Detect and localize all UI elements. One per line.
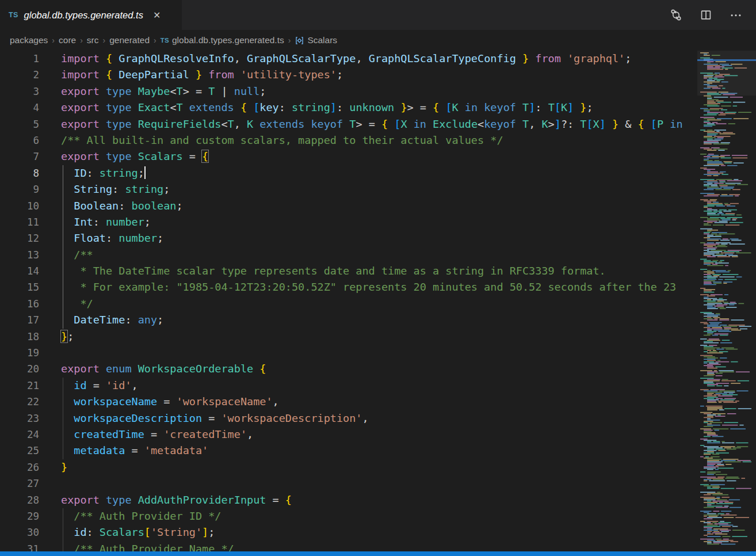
line-number[interactable]: 31 <box>0 541 39 551</box>
line-number[interactable]: 17 <box>0 312 39 328</box>
code-line[interactable]: 30 id: Scalars['String']; <box>0 524 697 540</box>
typescript-file-icon: TS <box>9 11 18 19</box>
line-number[interactable]: 18 <box>0 329 39 345</box>
code-line[interactable]: 17 DateTime: any; <box>0 312 697 328</box>
line-number[interactable]: 19 <box>0 345 39 361</box>
code-line[interactable]: 6/** All built-in and custom scalars, ma… <box>0 132 697 148</box>
line-number[interactable]: 5 <box>0 116 39 132</box>
code-line[interactable]: 26} <box>0 459 697 475</box>
code-line[interactable]: 4export type Exact<T extends { [key: str… <box>0 100 697 116</box>
minimap-slider[interactable] <box>697 51 756 96</box>
code-text: Boolean: boolean; <box>61 198 183 214</box>
line-number[interactable]: 4 <box>0 100 39 116</box>
code-line[interactable]: 20export enum WorkspaceOrderable { <box>0 361 697 377</box>
line-number[interactable]: 26 <box>0 459 39 475</box>
line-number[interactable]: 1 <box>0 51 39 67</box>
line-number[interactable]: 25 <box>0 443 39 459</box>
line-number[interactable]: 10 <box>0 198 39 214</box>
code-line[interactable]: 31 /** Auth Provider Name */ <box>0 541 697 551</box>
minimap-cursor-marker <box>697 59 756 61</box>
line-number[interactable]: 30 <box>0 524 39 540</box>
line-number[interactable]: 21 <box>0 378 39 394</box>
line-number[interactable]: 9 <box>0 181 39 197</box>
line-number[interactable]: 16 <box>0 296 39 312</box>
tab-title: global.db.types.generated.ts <box>24 10 143 21</box>
breadcrumb-separator: › <box>154 36 156 45</box>
code-line[interactable]: 25 metadata = 'metadata' <box>0 443 697 459</box>
line-number[interactable]: 2 <box>0 67 39 83</box>
close-tab-icon[interactable]: ✕ <box>151 9 162 21</box>
code-line[interactable]: 24 createdTime = 'createdTime', <box>0 426 697 443</box>
text-cursor <box>144 166 146 179</box>
code-text: export type Scalars = { <box>61 148 208 165</box>
code-line[interactable]: 28export type AddAuthProviderInput = { <box>0 492 697 508</box>
typescript-file-icon: TS <box>161 37 169 44</box>
code-line[interactable]: 2import { DeepPartial } from 'utility-ty… <box>0 67 697 83</box>
code-text: Int: number; <box>61 214 151 230</box>
indent-guide <box>63 378 63 459</box>
code-line[interactable]: 9 String: string; <box>0 181 697 197</box>
line-number[interactable]: 20 <box>0 361 39 377</box>
code-text: * For example: "1985-04-12T23:20:50.52Z"… <box>61 279 676 295</box>
line-number[interactable]: 11 <box>0 214 39 230</box>
editor-actions <box>670 0 756 30</box>
code-editor[interactable]: 1import { GraphQLResolveInfo, GraphQLSca… <box>0 51 756 551</box>
code-line[interactable]: 16 */ <box>0 296 697 312</box>
code-text: }; <box>61 329 74 345</box>
line-number[interactable]: 24 <box>0 426 39 443</box>
line-number[interactable]: 7 <box>0 148 39 165</box>
split-editor-icon[interactable] <box>700 9 712 21</box>
tab-global-db-types-generated[interactable]: TS global.db.types.generated.ts ✕ <box>0 0 182 30</box>
breadcrumb-item-packages[interactable]: packages <box>10 35 48 45</box>
breadcrumb-item-scalars[interactable]: Scalars <box>295 35 337 45</box>
line-number[interactable]: 12 <box>0 230 39 246</box>
code-line[interactable]: 27 <box>0 475 697 492</box>
code-text: export type Exact<T extends { [key: stri… <box>61 100 593 116</box>
code-text: id = 'id', <box>61 378 138 394</box>
breadcrumb-separator: › <box>80 36 83 45</box>
code-line[interactable]: 23 workspaceDescription = 'workspaceDesc… <box>0 410 697 426</box>
code-line[interactable]: 11 Int: number; <box>0 214 697 230</box>
line-number[interactable]: 27 <box>0 475 39 492</box>
breadcrumb-separator: › <box>288 36 291 45</box>
indent-guide <box>63 165 63 329</box>
compare-changes-icon[interactable] <box>670 9 682 21</box>
line-number[interactable]: 15 <box>0 279 39 295</box>
breadcrumb-label: packages <box>10 35 48 45</box>
code-line[interactable]: 29 /** Auth Provider ID */ <box>0 508 697 524</box>
line-number[interactable]: 22 <box>0 394 39 410</box>
line-number[interactable]: 8 <box>0 165 39 181</box>
more-actions-icon[interactable] <box>730 9 742 21</box>
code-line[interactable]: 5export type RequireFields<T, K extends … <box>0 116 697 132</box>
line-number[interactable]: 6 <box>0 132 39 148</box>
code-line[interactable]: 8 ID: string; <box>0 165 697 181</box>
code-line[interactable]: 21 id = 'id', <box>0 378 697 394</box>
code-line[interactable]: 7export type Scalars = { <box>0 148 697 165</box>
line-number[interactable]: 14 <box>0 263 39 279</box>
code-line[interactable]: 22 workspaceName = 'workspaceName', <box>0 394 697 410</box>
code-line[interactable]: 1import { GraphQLResolveInfo, GraphQLSca… <box>0 51 697 67</box>
code-line[interactable]: 13 /** <box>0 247 697 263</box>
code-line[interactable]: 12 Float: number; <box>0 230 697 246</box>
minimap[interactable] <box>697 51 756 551</box>
code-line[interactable]: 3export type Maybe<T> = T | null; <box>0 83 697 100</box>
code-line[interactable]: 19 <box>0 345 697 361</box>
code-line[interactable]: 18}; <box>0 329 697 345</box>
line-number[interactable]: 23 <box>0 410 39 426</box>
code-text: String: string; <box>61 181 170 197</box>
line-number[interactable]: 3 <box>0 83 39 100</box>
breadcrumb-item-src[interactable]: src <box>87 35 99 45</box>
indent-guide <box>63 508 63 551</box>
code-text: /** Auth Provider Name */ <box>61 541 234 551</box>
code-line[interactable]: 10 Boolean: boolean; <box>0 198 697 214</box>
code-line[interactable]: 15 * For example: "1985-04-12T23:20:50.5… <box>0 279 697 295</box>
breadcrumb-label: generated <box>109 35 150 45</box>
line-number[interactable]: 29 <box>0 508 39 524</box>
breadcrumb-separator: › <box>52 36 55 45</box>
line-number[interactable]: 28 <box>0 492 39 508</box>
line-number[interactable]: 13 <box>0 247 39 263</box>
breadcrumb-item-generated[interactable]: generated <box>109 35 150 45</box>
code-line[interactable]: 14 * The DateTime scalar type represents… <box>0 263 697 279</box>
breadcrumb-item-global-db-types-generated-ts[interactable]: TSglobal.db.types.generated.ts <box>161 35 284 45</box>
breadcrumb-item-core[interactable]: core <box>59 35 76 45</box>
